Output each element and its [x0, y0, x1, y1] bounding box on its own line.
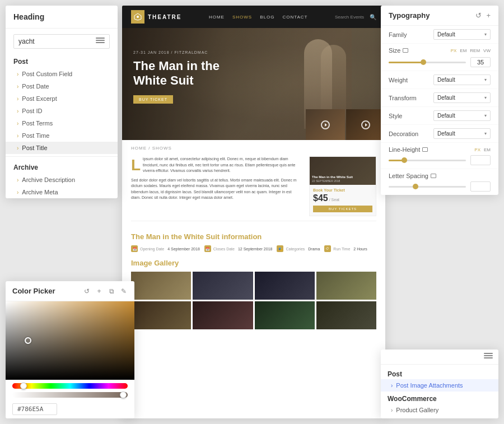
- gallery-title: Image Gallery: [131, 259, 376, 267]
- list-item-archive-desc[interactable]: ›Archive Description: [6, 174, 118, 186]
- unit-vw[interactable]: VW: [483, 48, 491, 53]
- cp-add-button[interactable]: +: [95, 287, 103, 295]
- play-button-1[interactable]: [321, 120, 330, 129]
- ls-input[interactable]: [470, 181, 491, 192]
- runtime-icon: ⏱: [324, 245, 331, 252]
- list-item-post-terms[interactable]: ›Post Terms: [6, 117, 118, 129]
- opacity-slider[interactable]: [12, 392, 128, 398]
- transform-value: Default: [437, 95, 455, 101]
- play-button-2[interactable]: [361, 120, 370, 129]
- breadcrumb: HOME / SHOWS: [131, 146, 376, 151]
- unit-rem[interactable]: REM: [470, 48, 480, 53]
- main-text: L ipsum dolor sit amet, consectetur adip…: [131, 156, 301, 216]
- opacity-cursor: [120, 392, 127, 398]
- ls-top: Letter Spacing: [389, 173, 491, 179]
- hero-section: 27-31 JAN 2018 / FITZRALDMAC The Man in …: [122, 28, 385, 140]
- heading-search-icon[interactable]: [96, 38, 105, 45]
- sdp-woo-title: WooCommerce: [381, 392, 498, 404]
- arrow-icon: ›: [17, 189, 18, 195]
- hero-button[interactable]: BUY TICKET: [133, 95, 173, 104]
- color-picker-title: Color Picker: [12, 287, 55, 295]
- website-preview: THEATRE HOME SHOWS BLOG CONTACT Search E…: [122, 6, 385, 418]
- size-input-area: [389, 57, 491, 67]
- event-price: $45: [313, 193, 328, 203]
- weight-value: Default: [437, 77, 455, 83]
- weight-select[interactable]: Default ▾: [433, 74, 491, 85]
- style-select[interactable]: Default ▾: [433, 110, 491, 121]
- lh-slider[interactable]: [389, 160, 466, 161]
- size-slider-fill: [389, 62, 423, 63]
- size-slider-track[interactable]: [389, 62, 466, 63]
- lh-input[interactable]: [470, 155, 491, 165]
- gallery-item-5[interactable]: [131, 301, 191, 329]
- lh-slider-thumb[interactable]: [402, 157, 407, 163]
- list-divider: [6, 156, 118, 157]
- unit-px[interactable]: PX: [451, 48, 457, 53]
- nav-search-icon[interactable]: 🔍: [370, 14, 376, 20]
- nav-logo-text: THEATRE: [148, 14, 181, 20]
- size-slider-thumb[interactable]: [421, 59, 426, 65]
- book-link[interactable]: Book Your Ticket: [313, 188, 372, 192]
- line-height-label: Line-Height: [389, 146, 428, 153]
- size-row: Size PX EM REM VW: [381, 44, 498, 71]
- gallery-item-1[interactable]: [131, 272, 191, 300]
- sidebar-widget: The Man in the White Suit 22 SEPTEMBER 2…: [309, 156, 376, 216]
- hue-cursor: [20, 383, 27, 389]
- typography-actions: ↺ +: [475, 11, 491, 20]
- color-gradient-picker[interactable]: [6, 301, 134, 380]
- nav-shows[interactable]: SHOWS: [232, 15, 252, 20]
- nav-blog[interactable]: BLOG: [260, 15, 274, 20]
- list-item-custom-field[interactable]: ›Post Custom Field: [6, 68, 118, 80]
- heading-dropdown-list: Post ›Post Custom Field ›Post Date ›Post…: [6, 53, 118, 198]
- lh-unit-px[interactable]: PX: [474, 147, 480, 152]
- decoration-select[interactable]: Default ▾: [433, 128, 491, 139]
- gallery-item-2[interactable]: [193, 272, 253, 300]
- nav-links: HOME SHOWS BLOG CONTACT: [190, 15, 325, 20]
- post-section-title: Post: [6, 53, 118, 68]
- hex-input[interactable]: [12, 403, 57, 415]
- list-item-post-time[interactable]: ›Post Time: [6, 129, 118, 142]
- gallery-grid: [131, 272, 376, 329]
- opening-value: 4 September 2018: [167, 247, 200, 251]
- sdp-item-post-image[interactable]: ›Post Image Attachments: [381, 379, 498, 392]
- gallery-item-7[interactable]: [255, 301, 315, 329]
- sdp-item-product-gallery[interactable]: ›Product Gallery: [381, 404, 498, 416]
- monitor-icon-ls: [431, 174, 436, 178]
- buy-button[interactable]: BUY TICKETS: [313, 206, 372, 212]
- heading-panel-title: Heading: [13, 12, 110, 21]
- ls-slider-thumb[interactable]: [413, 184, 418, 189]
- size-row-top: Size PX EM REM VW: [389, 47, 491, 54]
- ls-slider[interactable]: [389, 186, 466, 188]
- list-item-post-excerpt[interactable]: ›Post Excerpt: [6, 92, 118, 105]
- cp-reset-button[interactable]: ↺: [83, 287, 91, 295]
- runtime-value: 2 Hours: [353, 247, 367, 251]
- gallery-item-6[interactable]: [193, 301, 253, 329]
- unit-em[interactable]: EM: [460, 48, 466, 53]
- gallery-item-4[interactable]: [316, 272, 376, 300]
- sdp-menu-icon[interactable]: [484, 353, 493, 361]
- typo-reset-button[interactable]: ↺: [475, 11, 482, 20]
- gallery-item-3[interactable]: [255, 272, 315, 300]
- lh-unit-em[interactable]: EM: [484, 147, 491, 152]
- cp-edit-button[interactable]: ✎: [120, 287, 128, 295]
- letter-spacing-row: Letter Spacing: [381, 169, 498, 195]
- transform-select[interactable]: Default ▾: [433, 92, 491, 103]
- typo-add-button[interactable]: +: [486, 11, 491, 20]
- list-item-post-title[interactable]: ›Post Title: [6, 142, 118, 154]
- hero-title: The Man in the White Suit: [133, 59, 245, 88]
- nav-contact[interactable]: CONTACT: [282, 15, 307, 20]
- list-item-archive-meta[interactable]: ›Archive Meta: [6, 186, 118, 198]
- list-item-post-date[interactable]: ›Post Date: [6, 80, 118, 92]
- nav-home[interactable]: HOME: [209, 15, 225, 20]
- event-card-image: The Man in the White Suit 22 SEPTEMBER 2…: [310, 157, 376, 185]
- size-input[interactable]: [470, 57, 491, 67]
- hue-slider[interactable]: [12, 383, 128, 389]
- family-select[interactable]: Default ▾: [433, 29, 491, 40]
- gallery-item-8[interactable]: [316, 301, 376, 329]
- sdp-list: Post ›Post Image Attachments WooCommerce…: [381, 365, 498, 418]
- heading-search-box[interactable]: yacht: [13, 34, 110, 49]
- line-height-row: Line-Height PX EM: [381, 143, 498, 169]
- list-item-post-id[interactable]: ›Post ID: [6, 105, 118, 117]
- cp-copy-button[interactable]: ⧉: [108, 287, 115, 295]
- categories-label: Categories: [286, 247, 305, 251]
